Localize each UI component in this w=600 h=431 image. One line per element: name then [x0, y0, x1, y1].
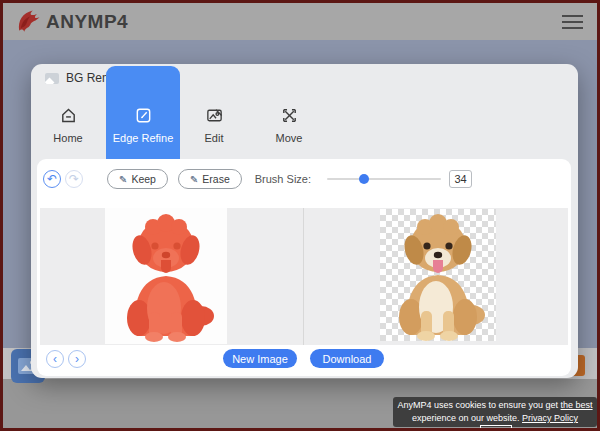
erase-label: Erase: [202, 173, 229, 185]
cutout-dog-image: [380, 209, 496, 341]
slider-track: [327, 178, 441, 180]
undo-button[interactable]: ↶: [43, 170, 61, 188]
preview-panels: [40, 208, 568, 345]
erase-button[interactable]: ✎ Erase: [178, 169, 242, 189]
mask-preview-image[interactable]: [105, 208, 227, 344]
redo-button[interactable]: ↷: [65, 170, 83, 188]
brand-name: ANYMP4: [46, 11, 128, 33]
erase-brush-icon: ✎: [190, 174, 198, 185]
previous-image-button[interactable]: ‹: [46, 350, 64, 368]
slider-thumb[interactable]: [359, 174, 369, 184]
tab-edge-refine[interactable]: Edge Refine: [106, 66, 180, 159]
got-it-button[interactable]: Got it!: [480, 425, 512, 431]
brush-size-value[interactable]: 34: [449, 170, 472, 188]
site-header: ANYMP4: [3, 3, 597, 40]
tab-move[interactable]: Move: [258, 104, 320, 144]
result-preview-image[interactable]: [380, 209, 496, 341]
bg-remover-dialog: BG Remover Home Edge Refine: [31, 64, 578, 378]
cookie-text-1: AnyMP4 uses cookies to ensure you get: [397, 400, 558, 410]
cookie-text-2: experience on our website.: [412, 413, 520, 423]
privacy-policy-link[interactable]: Privacy Policy: [522, 413, 578, 423]
keep-button[interactable]: ✎ Keep: [107, 169, 168, 189]
picture-icon: [45, 73, 59, 84]
brush-size-slider[interactable]: [327, 172, 441, 186]
keep-brush-icon: ✎: [119, 174, 127, 185]
brand[interactable]: ANYMP4: [15, 8, 128, 35]
refine-toolbar: ↶ ↷ ✎ Keep ✎ Erase Brush Size: 34: [37, 165, 571, 193]
brush-size-label: Brush Size:: [255, 173, 311, 185]
masked-dog-image: [105, 208, 227, 344]
cookie-text-best: the best: [561, 400, 593, 410]
dialog-content: ↶ ↷ ✎ Keep ✎ Erase Brush Size: 34: [37, 159, 571, 376]
cookie-consent-bar: AnyMP4 uses cookies to ensure you get th…: [393, 397, 597, 427]
anymp4-logo-icon: [15, 8, 42, 35]
next-image-button[interactable]: ›: [68, 350, 86, 368]
dialog-footer: ‹ › New Image Download: [37, 348, 571, 370]
app-window: ANYMP4 BG Remover Home: [0, 0, 600, 431]
tab-edge-refine-label: Edge Refine: [106, 132, 180, 144]
hamburger-menu-icon[interactable]: [560, 11, 585, 33]
image-edit-icon: [183, 104, 245, 126]
move-arrows-icon: [258, 104, 320, 126]
tab-move-label: Move: [258, 132, 320, 144]
panel-divider: [303, 208, 304, 345]
tab-home-label: Home: [37, 132, 99, 144]
download-button[interactable]: Download: [310, 349, 384, 368]
edit-square-icon: [106, 104, 180, 126]
tab-bar: Home Edge Refine: [31, 94, 578, 159]
tab-edit[interactable]: Edit: [183, 104, 245, 144]
new-image-button[interactable]: New Image: [223, 349, 297, 368]
tab-home[interactable]: Home: [37, 104, 99, 144]
keep-label: Keep: [131, 173, 156, 185]
home-icon: [37, 104, 99, 126]
tab-edit-label: Edit: [183, 132, 245, 144]
